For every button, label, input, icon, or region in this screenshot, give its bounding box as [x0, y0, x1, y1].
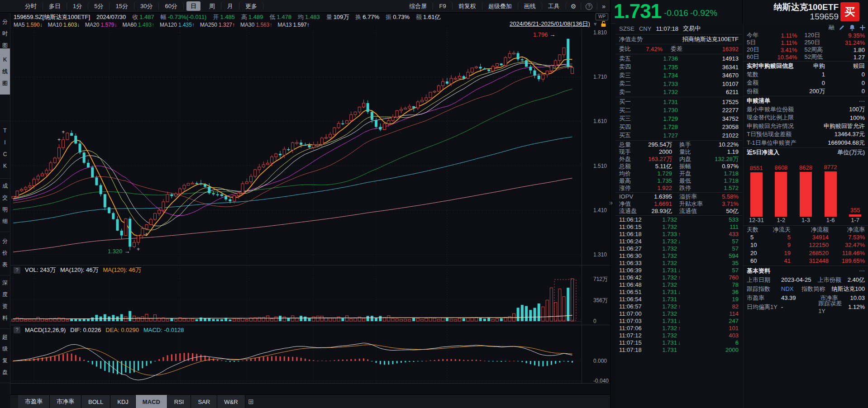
- tick-volume: 101: [685, 325, 739, 332]
- tab-W&R[interactable]: W&R: [217, 395, 245, 408]
- nav-trend-row[interactable]: 净值走势 招商纳斯达克100ETF: [615, 35, 742, 43]
- menu-item-5分[interactable]: 5分: [88, 3, 110, 9]
- hover-date: 2024/07/30: [96, 14, 126, 20]
- subscription-row: 份额200万0: [743, 87, 868, 96]
- weibi-value: 7.42%: [631, 46, 663, 52]
- bid-row[interactable]: 买五1.72721022: [615, 131, 742, 140]
- ask-row[interactable]: 卖二1.73310107: [615, 80, 742, 88]
- realtime-subscription-rows: 笔数10金额00份额200万0: [743, 71, 868, 96]
- menu-item-分时[interactable]: 分时: [19, 3, 43, 9]
- flow-chart-header: 近5日净流入 单位(万元): [743, 148, 868, 157]
- ma-value: 1.590↓: [26, 22, 43, 28]
- basic-info-header[interactable]: 基本资料 ⋯: [743, 266, 868, 275]
- sidebar-item-成交明细[interactable]: 成 交 明 细: [0, 180, 10, 227]
- menu-item-周[interactable]: 周: [203, 3, 221, 9]
- menu-item-多日[interactable]: 多日: [43, 3, 67, 9]
- menu-item-综合屏[interactable]: 综合屏: [403, 3, 433, 9]
- ma-label: MA20: [85, 22, 99, 28]
- menu-item-超级叠加[interactable]: 超级叠加: [482, 3, 518, 9]
- tick-price: 1.732: [649, 238, 677, 245]
- menu-item-月[interactable]: 月: [221, 3, 239, 9]
- level-volume: 10107: [678, 81, 739, 87]
- quote-field-额: 额1.61亿: [416, 13, 440, 21]
- column-header: 净流率: [829, 226, 865, 234]
- sidebar-item-TICK[interactable]: T I C K: [0, 125, 10, 172]
- nav-trend-label[interactable]: 净值走势: [619, 35, 643, 43]
- performance-stats: 今年1.11%120日9.35%5日1.11%250日31.24%20日3.41…: [743, 32, 868, 61]
- redeem-value: 0: [825, 71, 865, 78]
- sidebar-item-深度资料[interactable]: 深 度 资 料: [0, 277, 10, 324]
- quote-field-振: 振0.73%: [386, 13, 410, 21]
- row-label: T-1日单位申赎资产: [747, 139, 796, 147]
- tick-volume: 6: [685, 339, 739, 346]
- sidebar-item-分价表[interactable]: 分 价 表: [0, 235, 10, 270]
- tick-volume: 760: [685, 274, 739, 281]
- gear-icon[interactable]: ⚙: [566, 3, 582, 10]
- tab-KDJ[interactable]: KDJ: [110, 395, 136, 408]
- ask-row[interactable]: 卖四1.73536341: [615, 63, 742, 71]
- menu-item-更多[interactable]: 更多: [239, 3, 263, 9]
- tab-RSI[interactable]: RSI: [167, 395, 191, 408]
- tab-市净率[interactable]: 市净率: [50, 395, 81, 408]
- menu-item-60分[interactable]: 60分: [159, 3, 183, 9]
- stat-row: 最高1.735最低1.718: [615, 177, 742, 185]
- more-icon[interactable]: ⋯: [859, 98, 865, 104]
- shenshu-row: 现金替代比例上限100%: [743, 114, 868, 122]
- level-volume: 34752: [678, 115, 739, 122]
- bid-row[interactable]: 买四1.72823058: [615, 123, 742, 132]
- add-icon[interactable]: [859, 24, 866, 31]
- menu-item-工具[interactable]: 工具: [542, 3, 566, 9]
- unlock-icon[interactable]: [601, 21, 606, 27]
- help-icon[interactable]: ?: [14, 267, 20, 274]
- ask-row[interactable]: 卖一1.7326211: [615, 88, 742, 97]
- performance-row: 60日10.54%52周低1.27: [743, 53, 868, 61]
- ask-row[interactable]: 卖三1.73434670: [615, 71, 742, 80]
- help-icon[interactable]: ?: [14, 327, 20, 333]
- more-icon[interactable]: ⋯: [859, 267, 865, 274]
- date-range-label[interactable]: 2024/06/21-2025/01/08(136日): [510, 20, 590, 28]
- sidebar-item-K线图[interactable]: K 线 图: [0, 48, 10, 95]
- bell-icon[interactable]: [849, 24, 855, 31]
- stat-row: 流通盘28.93亿流通值50亿: [615, 208, 742, 215]
- sidebar-item-分时图[interactable]: 分 时 图: [0, 16, 10, 51]
- bid-row[interactable]: 买二1.73022277: [615, 106, 742, 115]
- chevron-down-icon[interactable]: ▼: [593, 21, 598, 27]
- info-value: 43.39: [781, 294, 820, 301]
- kline-chart-area[interactable]: ++++ ? VOL: 243万 MA(120): 46万 MA(120): 4…: [10, 28, 610, 384]
- exchange-label: SZSE: [619, 25, 634, 32]
- add-indicator-icon[interactable]: ⊞: [245, 395, 257, 408]
- column-header: 净流天: [770, 226, 791, 234]
- sidebar-divider: [0, 232, 10, 232]
- tab-市盈率[interactable]: 市盈率: [18, 395, 50, 408]
- buy-button[interactable]: 买: [840, 2, 859, 21]
- shenshu-header[interactable]: 申赎清单 ⋯: [743, 97, 868, 105]
- help-icon[interactable]: ?: [581, 2, 597, 10]
- tab-BOLL[interactable]: BOLL: [81, 395, 110, 408]
- weicha-value: 16392: [682, 46, 739, 52]
- net-inflow-row: 2019268520118.46%: [743, 249, 868, 257]
- menu-item-1分[interactable]: 1分: [67, 3, 88, 9]
- bid-row[interactable]: 买一1.73117525: [615, 98, 742, 106]
- ask-row[interactable]: 卖五1.73614913: [615, 55, 742, 63]
- menu-item-日[interactable]: 日: [186, 1, 200, 11]
- sidebar-item-超级复盘[interactable]: 超 级 复 盘: [0, 331, 10, 378]
- menu-item-画线[interactable]: 画线: [518, 3, 542, 9]
- tick-volume: 36: [685, 289, 739, 295]
- tab-SAR[interactable]: SAR: [191, 395, 217, 408]
- tab-MACD[interactable]: MACD: [136, 395, 167, 408]
- shenshu-row: 申购赎回允许情况申购赎回皆允许: [743, 122, 868, 131]
- menu-item-前复权[interactable]: 前复权: [453, 3, 482, 9]
- stat-row: 净值1.6691升贴水率3.71%: [615, 200, 742, 208]
- row-label: 笔数: [747, 71, 774, 79]
- shenshu-row: T日预估现金差额13464.37元: [743, 130, 868, 139]
- menu-item-15分[interactable]: 15分: [110, 3, 134, 9]
- date-range-control[interactable]: 2024/06/21-2025/01/08(136日) ▼: [510, 20, 606, 28]
- redeem-value: 0: [825, 80, 865, 86]
- more-menu-icon[interactable]: »: [597, 3, 610, 10]
- menu-item-F9[interactable]: F9: [433, 3, 452, 9]
- menu-item-30分[interactable]: 30分: [134, 3, 159, 9]
- tick-price: 1.732: [649, 325, 677, 332]
- pencil-icon[interactable]: [839, 24, 845, 31]
- bid-row[interactable]: 买三1.72934752: [615, 114, 742, 123]
- arrow-down-icon: ↓: [677, 318, 685, 324]
